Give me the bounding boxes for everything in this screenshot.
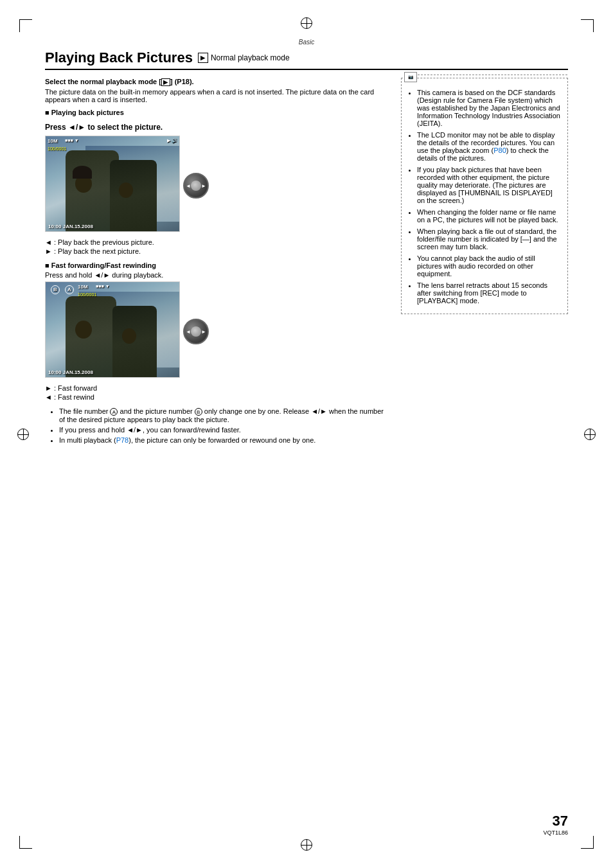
page-code: VQT1L86 — [543, 829, 568, 836]
note-bullet-7: The lens barrel retracts about 15 second… — [417, 281, 561, 305]
label-a: A — [110, 408, 118, 416]
fast-forward-desc: Press and hold ◄/► during playback. — [45, 271, 388, 279]
content-area: Select the normal playback mode [▶] (P18… — [45, 78, 568, 447]
cam-date-1: 10:00 JAN.15.2008 — [48, 224, 93, 229]
intro-text: The picture data on the built-in memory … — [45, 88, 388, 103]
center-cross-top — [301, 18, 312, 28]
note-box: 📷 This camera is based on the DCF standa… — [401, 78, 568, 314]
page-number: 37 — [543, 813, 568, 829]
note-bullet-1: This camera is based on the DCF standard… — [417, 89, 561, 127]
center-cross-bottom — [301, 840, 312, 850]
select-instruction: Select the normal playback mode [▶] (P18… — [45, 78, 388, 86]
nav-dial-circle-2: ◄ ► — [183, 319, 209, 344]
playback-icon: ▶ — [198, 53, 208, 63]
title-text: Playing Back Pictures — [45, 49, 193, 66]
nav-dial-circle-1: ◄ ► — [183, 173, 209, 199]
nav-arrow-right-2: ► — [201, 329, 206, 335]
camera-image-1: 10M ■■■ ▼ ▶ 🔊 100/0001 10:00 JAN.15.2008 — [45, 136, 180, 232]
caption-ff: ► : Fast forward — [45, 384, 388, 392]
image2-wrapper: B A 10M ■■■ ▼ 100/0001 10:00 JAN.15.2008 — [45, 281, 180, 382]
label-b: B — [195, 408, 202, 416]
corner-mark-tr — [581, 19, 594, 32]
caption-prev: ◄ : Play back the previous picture. — [45, 238, 388, 246]
note-box-dashes — [418, 75, 567, 75]
note-bullet-2: The LCD monitor may not be able to displ… — [417, 131, 561, 162]
note-box-icon: 📷 — [404, 72, 417, 82]
corner-mark-tl — [19, 19, 32, 32]
nav-arrow-left-1: ◄ — [186, 183, 191, 189]
bullet-1: The file number A and the picture number… — [59, 407, 388, 423]
nav-arrow-left-2: ◄ — [186, 329, 191, 335]
image1-wrapper: 10M ■■■ ▼ ▶ 🔊 100/0001 10:00 JAN.15.2008 — [45, 136, 180, 236]
left-column: Select the normal playback mode [▶] (P18… — [45, 78, 388, 447]
playing-back-label: Playing back pictures — [45, 109, 388, 116]
nav-dial-2: ◄ ► — [183, 319, 209, 344]
corner-mark-bl — [19, 836, 32, 849]
cam-date-2: 10:00 JAN.15.2008 — [48, 369, 93, 375]
page-title: Playing Back Pictures ▶ Normal playback … — [45, 49, 568, 66]
left-bullet-list: The file number A and the picture number… — [51, 407, 388, 444]
nav-dial-1: ◄ ► — [183, 173, 209, 199]
press-instruction: Press ◄/► to select the picture. — [45, 123, 388, 132]
nav-dial-inner-2 — [191, 326, 201, 337]
camera-image-2: B A 10M ■■■ ▼ 100/0001 10:00 JAN.15.2008 — [45, 281, 180, 378]
mode-tag-text: Normal playback mode — [211, 53, 290, 62]
caption-next: ► : Play back the next picture. — [45, 247, 388, 255]
caption-fr: ◄ : Fast rewind — [45, 393, 388, 401]
center-cross-left — [18, 429, 28, 439]
note-bullet-4: When changing the folder name or file na… — [417, 208, 561, 224]
photo-bg-2: B A 10M ■■■ ▼ 100/0001 10:00 JAN.15.2008 — [46, 282, 179, 377]
corner-mark-br — [581, 836, 594, 849]
page-number-section: 37 VQT1L86 — [543, 813, 568, 836]
note-bullet-5: When playing back a file out of standard… — [417, 227, 561, 251]
page: Basic Playing Back Pictures ▶ Normal pla… — [0, 0, 613, 868]
nav-dial-inner-1 — [191, 181, 201, 191]
photo-bg-1: 10M ■■■ ▼ ▶ 🔊 100/0001 10:00 JAN.15.2008 — [46, 136, 179, 231]
note-bullet-list: This camera is based on the DCF standard… — [408, 89, 561, 305]
center-cross-right — [585, 429, 595, 439]
note-bullet-3: If you play back pictures that have been… — [417, 166, 561, 204]
note-bullet-6: You cannot play back the audio of still … — [417, 254, 561, 278]
image2-section: B A 10M ■■■ ▼ 100/0001 10:00 JAN.15.2008 — [45, 281, 388, 401]
image1-section: 10M ■■■ ▼ ▶ 🔊 100/0001 10:00 JAN.15.2008 — [45, 136, 388, 255]
bullet-2: If you press and hold ◄/►, you can forwa… — [59, 426, 388, 434]
page-title-section: Playing Back Pictures ▶ Normal playback … — [45, 49, 568, 70]
right-column: 📷 This camera is based on the DCF standa… — [401, 78, 568, 447]
nav-arrow-right-1: ► — [201, 183, 206, 189]
mode-tag: ▶ Normal playback mode — [198, 53, 290, 63]
fast-forward-label: Fast forwarding/Fast rewinding — [45, 261, 388, 269]
section-label: Basic — [45, 39, 568, 46]
bullet-3: In multi playback (P78), the picture can… — [59, 436, 388, 444]
